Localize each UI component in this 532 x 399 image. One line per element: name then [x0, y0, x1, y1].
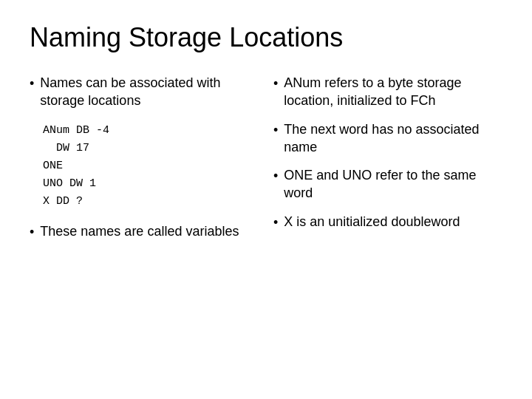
bullet-dot-4: • [273, 121, 278, 139]
bullet-text-x-uninit: X is an unitialized doubleword [284, 213, 502, 231]
code-line-4: UNO DW 1 [43, 175, 259, 193]
bullet-text-these-names: These names are called variables [40, 222, 259, 240]
bullet-text-names-can-be: Names can be associated with storage loc… [40, 74, 259, 110]
left-column: • Names can be associated with storage l… [30, 74, 259, 377]
bullet-anum-refers: • ANum refers to a byte storage location… [273, 74, 502, 110]
slide-title: Naming Storage Locations [30, 22, 502, 53]
bullet-text-anum-refers: ANum refers to a byte storage location, … [284, 74, 502, 110]
content-area: • Names can be associated with storage l… [30, 74, 502, 377]
slide: Naming Storage Locations • Names can be … [0, 0, 532, 399]
code-line-5: X DD ? [43, 193, 259, 211]
code-line-1: ANum DB -4 [43, 122, 259, 140]
code-block: ANum DB -4 DW 17 ONE UNO DW 1 X DD ? [43, 122, 259, 211]
bullet-text-next-word: The next word has no associated name [284, 120, 502, 157]
bullet-text-one-and-uno: ONE and UNO refer to the same word [284, 166, 502, 202]
bullet-x-uninit: • X is an unitialized doubleword [273, 213, 502, 231]
bullet-one-and-uno: • ONE and UNO refer to the same word [273, 166, 502, 202]
code-line-2: DW 17 [43, 140, 259, 157]
bullet-names-can-be: • Names can be associated with storage l… [30, 74, 259, 110]
bullet-dot-2: • [30, 223, 34, 241]
bullet-dot-1: • [30, 75, 34, 92]
bullet-dot-3: • [273, 75, 278, 92]
bullet-these-names: • These names are called variables [30, 222, 259, 241]
code-line-3: ONE [43, 157, 259, 175]
bullet-dot-6: • [273, 214, 278, 231]
bullet-dot-5: • [273, 167, 278, 185]
right-column: • ANum refers to a byte storage location… [273, 74, 502, 377]
bullet-next-word: • The next word has no associated name [273, 120, 502, 157]
